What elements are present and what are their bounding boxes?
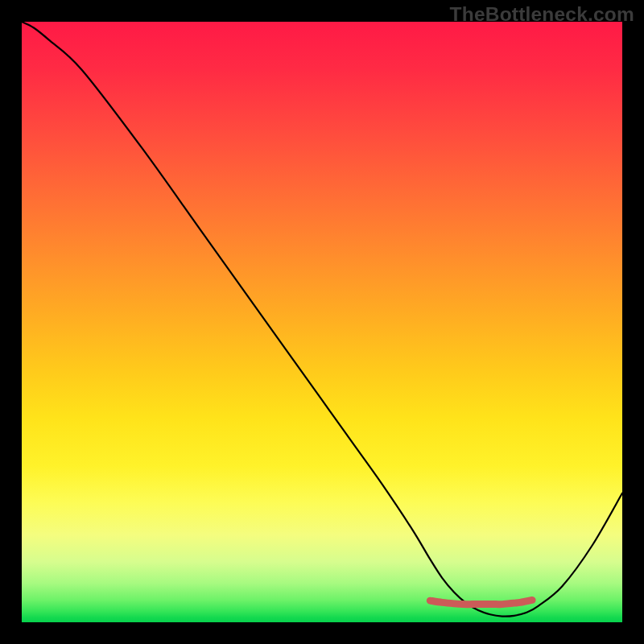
plot-area	[22, 22, 622, 622]
flat-band	[430, 600, 532, 604]
curve-layer	[22, 22, 622, 622]
watermark-text: TheBottleneck.com	[450, 3, 634, 26]
bottleneck-curve	[22, 22, 622, 617]
chart-stage: TheBottleneck.com	[0, 0, 644, 644]
